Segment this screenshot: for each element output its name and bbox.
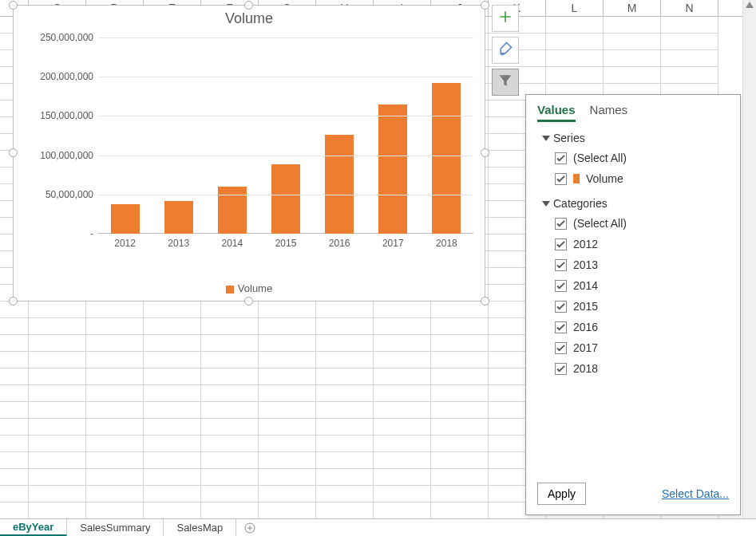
category-item-label: 2013	[573, 258, 598, 271]
y-tick-label: -	[90, 228, 93, 239]
category-item[interactable]: 2017	[555, 337, 729, 358]
category-item-label: 2016	[573, 321, 598, 333]
x-tick-label: 2012	[114, 238, 136, 249]
chart-plot-area[interactable]	[98, 37, 473, 234]
x-tick-label: 2018	[436, 238, 457, 249]
series-item-volume[interactable]: Volume	[555, 168, 729, 189]
chart-bar[interactable]	[164, 201, 193, 234]
plus-icon	[497, 9, 513, 28]
legend-label: Volume	[238, 282, 272, 294]
chart-legend[interactable]: Volume	[14, 282, 485, 294]
chart-side-buttons	[492, 5, 519, 96]
category-item[interactable]: 2014	[555, 275, 729, 296]
checkbox-icon	[555, 238, 567, 250]
column-header[interactable]: M	[604, 0, 661, 16]
categories-section-header[interactable]: Categories	[537, 194, 729, 213]
brush-icon	[497, 41, 513, 60]
sheet-tab[interactable]: SalesMap	[164, 519, 236, 536]
scroll-up-icon	[746, 2, 754, 8]
resize-handle[interactable]	[481, 1, 489, 10]
checkbox-icon	[555, 152, 567, 164]
embedded-chart[interactable]: Volume -50,000,000100,000,000150,000,000…	[13, 5, 485, 302]
sheet-tab-active[interactable]: eByYear	[0, 519, 67, 536]
checkbox-icon	[555, 342, 567, 354]
category-item[interactable]: 2012	[555, 234, 729, 254]
checkbox-icon	[555, 259, 567, 271]
checkbox-icon	[555, 363, 567, 375]
resize-handle[interactable]	[244, 297, 253, 305]
plus-circle-icon	[244, 522, 255, 534]
series-item-label: Volume	[586, 172, 623, 185]
category-item-label: 2012	[573, 238, 598, 250]
select-data-link[interactable]: Select Data...	[662, 487, 729, 500]
chart-x-axis: 2012201320142015201620172018	[98, 234, 473, 253]
x-tick-label: 2014	[222, 238, 243, 249]
chart-styles-button[interactable]	[492, 37, 519, 64]
chart-elements-button[interactable]	[492, 5, 519, 32]
sheet-tab-bar: eByYear SalesSummary SalesMap	[0, 518, 756, 536]
chart-bar[interactable]	[325, 135, 354, 234]
caret-down-icon	[542, 136, 550, 141]
y-tick-label: 100,000,000	[40, 150, 93, 161]
y-tick-label: 250,000,000	[40, 32, 93, 43]
series-swatch	[573, 174, 580, 183]
tab-values[interactable]: Values	[537, 103, 576, 122]
x-tick-label: 2015	[275, 238, 297, 249]
filter-tree: Series (Select All) Volume Categories	[526, 122, 740, 384]
chart-y-axis: -50,000,000100,000,000150,000,000200,000…	[25, 37, 98, 234]
category-item[interactable]: 2018	[555, 358, 729, 379]
chart-bar[interactable]	[111, 204, 140, 234]
x-tick-label: 2017	[382, 238, 404, 249]
resize-handle[interactable]	[9, 148, 18, 157]
column-header[interactable]: L	[546, 0, 604, 16]
chart-bar[interactable]	[432, 83, 461, 234]
chart-filters-button[interactable]	[492, 69, 519, 96]
y-tick-label: 50,000,000	[46, 189, 93, 200]
checkbox-icon	[555, 218, 567, 230]
chart-bar[interactable]	[378, 104, 407, 234]
x-tick-label: 2013	[168, 238, 189, 249]
category-item-label: 2014	[573, 279, 598, 292]
checkbox-icon	[555, 173, 567, 185]
column-header[interactable]: N	[661, 0, 718, 16]
new-sheet-button[interactable]	[236, 519, 263, 536]
checkbox-icon	[555, 280, 567, 292]
select-all-label: (Select All)	[573, 152, 627, 164]
caret-down-icon	[542, 201, 550, 207]
resize-handle[interactable]	[9, 297, 18, 305]
checkbox-icon	[555, 301, 567, 313]
flyout-tabs: Values Names	[526, 95, 740, 122]
legend-swatch	[226, 286, 234, 294]
sheet-tab[interactable]: SalesSummary	[67, 519, 164, 536]
category-item-label: 2015	[573, 300, 598, 313]
series-select-all[interactable]: (Select All)	[555, 148, 729, 168]
checkbox-icon	[555, 321, 567, 333]
resize-handle[interactable]	[481, 148, 489, 157]
select-all-label: (Select All)	[573, 217, 627, 230]
flyout-footer: Apply Select Data...	[526, 475, 740, 514]
categories-label: Categories	[553, 197, 608, 210]
y-tick-label: 200,000,000	[40, 71, 93, 82]
chart-filter-flyout: Values Names Series (Select All) Volume	[525, 94, 741, 515]
categories-select-all[interactable]: (Select All)	[555, 213, 729, 234]
y-tick-label: 150,000,000	[40, 110, 93, 121]
category-item-label: 2017	[573, 341, 598, 354]
resize-handle[interactable]	[244, 1, 253, 10]
series-label: Series	[553, 132, 585, 144]
x-tick-label: 2016	[329, 238, 350, 249]
vertical-scrollbar[interactable]	[742, 0, 756, 518]
chart-bar[interactable]	[271, 164, 300, 234]
category-item[interactable]: 2016	[555, 317, 729, 337]
series-section-header[interactable]: Series	[537, 128, 729, 148]
category-item[interactable]: 2015	[555, 296, 729, 317]
resize-handle[interactable]	[481, 297, 489, 305]
category-item-label: 2018	[573, 362, 598, 375]
category-item[interactable]: 2013	[555, 254, 729, 275]
resize-handle[interactable]	[9, 1, 18, 10]
funnel-icon	[497, 73, 513, 92]
tab-names[interactable]: Names	[590, 103, 628, 122]
apply-button[interactable]: Apply	[537, 483, 586, 505]
